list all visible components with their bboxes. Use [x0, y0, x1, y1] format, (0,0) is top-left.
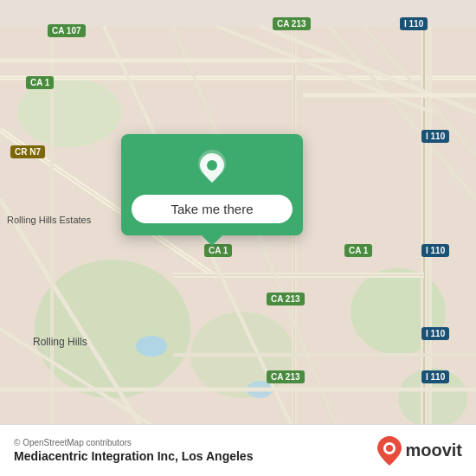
badge-ca1-mid: CA 1 [204, 244, 232, 257]
badge-ca1-left: CA 1 [26, 76, 54, 89]
location-info: © OpenStreetMap contributors Mediacentri… [14, 438, 253, 463]
label-rolling-hills-estates: Rolling Hills Estates [7, 215, 119, 225]
moovit-logo: moovit [377, 436, 462, 466]
badge-ca213-top: CA 213 [273, 17, 311, 30]
bottom-bar: © OpenStreetMap contributors Mediacentri… [0, 424, 476, 476]
badge-i110-mid: I 110 [421, 130, 449, 143]
moovit-logo-container: moovit [377, 436, 462, 466]
location-pin-icon [193, 148, 231, 186]
badge-ca1-right: CA 1 [344, 244, 372, 257]
map-svg [0, 0, 476, 476]
moovit-text: moovit [405, 441, 462, 460]
badge-i110-mid2: I 110 [421, 244, 449, 257]
moovit-pin-icon [377, 436, 402, 466]
badge-ca213-lower: CA 213 [267, 370, 305, 383]
badge-i110-bottom: I 110 [421, 370, 449, 383]
badge-i110-top: I 110 [400, 17, 428, 30]
badge-ca213-mid: CA 213 [267, 293, 305, 306]
map-container: CA 107 CA 213 I 110 CA 1 CR N7 I 110 CA … [0, 0, 476, 476]
badge-i110-lower: I 110 [421, 327, 449, 340]
badge-ca107: CA 107 [48, 24, 86, 37]
label-rolling-hills: Rolling Hills [33, 336, 87, 348]
svg-point-37 [386, 445, 393, 452]
svg-point-6 [136, 336, 167, 357]
take-me-there-button[interactable]: Take me there [132, 195, 293, 223]
svg-point-35 [207, 160, 217, 170]
popup-card: Take me there [121, 134, 303, 235]
badge-crn7: CR N7 [10, 145, 45, 158]
copyright-text: © OpenStreetMap contributors [14, 438, 253, 447]
location-title: Mediacentric Integration Inc, Los Angele… [14, 449, 253, 463]
